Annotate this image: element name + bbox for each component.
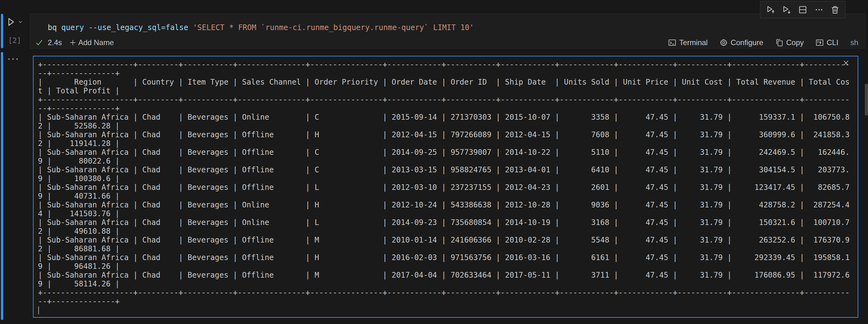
configure-label: Configure <box>731 38 763 47</box>
cell-toolbar <box>760 1 845 18</box>
editor-scrollbar-thumb[interactable] <box>865 84 868 115</box>
execute-above-icon[interactable] <box>765 4 776 15</box>
terminal-line: | Region | Country | Item Type | Sales C… <box>38 78 849 86</box>
add-name-label: Add Name <box>78 38 114 47</box>
command-token: query <box>61 23 84 32</box>
command-token: bq <box>48 23 57 32</box>
copy-icon <box>775 39 783 47</box>
output-focus-indicator[interactable] <box>1 52 3 320</box>
terminal-line: | Sub-Saharan Africa | Chad | Beverages … <box>38 166 849 174</box>
terminal-line: 9 | 58114.26 | <box>38 280 849 288</box>
cli-button[interactable]: CLI <box>815 38 838 47</box>
terminal-label: Terminal <box>679 38 708 47</box>
command-token: --use_legacy_sql=false <box>89 23 188 32</box>
play-icon <box>6 17 16 27</box>
ellipsis-dot <box>8 58 10 60</box>
cell-status-left: 2.4s Add Name <box>35 37 114 48</box>
terminal-line: 2 | 49610.88 | <box>38 227 849 236</box>
command-token <box>57 23 61 32</box>
command-line-editor[interactable]: bq query --use_legacy_sql=false 'SELECT … <box>48 23 474 33</box>
terminal-line: t | Total Profit | <box>38 86 849 95</box>
terminal-line: | Sub-Saharan Africa | Chad | Beverages … <box>38 271 849 280</box>
terminal-line: | Sub-Saharan Africa | Chad | Beverages … <box>38 113 849 121</box>
configure-button[interactable]: Configure <box>719 38 763 47</box>
terminal-cursor <box>38 307 39 314</box>
terminal-line: | Sub-Saharan Africa | Chad | Beverages … <box>38 218 849 227</box>
terminal-icon <box>668 39 676 47</box>
language-indicator[interactable]: sh <box>850 38 858 47</box>
terminal-line: | Sub-Saharan Africa | Chad | Beverages … <box>38 148 849 157</box>
ellipsis-dot <box>16 58 18 60</box>
terminal-line: 9 | 96481.26 | <box>38 262 849 271</box>
more-actions-icon[interactable] <box>814 4 825 15</box>
cell-status-right: Terminal Configure Copy CL <box>668 37 858 48</box>
chevron-down-icon <box>18 20 23 24</box>
split-cell-icon[interactable] <box>797 4 808 15</box>
delete-cell-icon[interactable] <box>830 4 840 15</box>
terminal-line: 2 | 119141.28 | <box>38 139 849 148</box>
success-check-icon <box>35 39 43 47</box>
command-token <box>84 23 89 32</box>
plus-icon <box>69 39 76 46</box>
terminal-line: 2 | 86881.68 | <box>38 244 849 253</box>
terminal-line: | Sub-Saharan Africa | Chad | Beverages … <box>38 236 849 244</box>
add-name-button[interactable]: Add Name <box>69 38 114 47</box>
terminal-line: 9 | 100380.6 | <box>38 174 849 183</box>
terminal-line: 4 | 141503.76 | <box>38 209 849 218</box>
command-token: 'SELECT * FROM `runme-ci.runme_bigquery.… <box>193 23 474 32</box>
terminal-text: +--------------------+---------+--------… <box>38 60 849 306</box>
terminal-line: 9 | 40731.66 | <box>38 192 849 201</box>
cli-bolt-icon <box>815 39 824 47</box>
terminal-line: +--------------------+---------+--------… <box>38 60 849 69</box>
copy-label: Copy <box>786 38 804 47</box>
terminal-line: +--------------------+---------+--------… <box>38 288 849 297</box>
cell-focus-indicator[interactable] <box>1 14 3 48</box>
ellipsis-dot <box>12 58 14 60</box>
terminal-line: --+--------------+ <box>38 297 849 306</box>
terminal-line: | Sub-Saharan Africa | Chad | Beverages … <box>38 201 849 209</box>
terminal-line: | Sub-Saharan Africa | Chad | Beverages … <box>38 253 849 262</box>
execution-count: [2] <box>8 36 21 44</box>
output-options-ellipsis[interactable] <box>8 57 21 62</box>
terminal-line: | Sub-Saharan Africa | Chad | Beverages … <box>38 130 849 139</box>
terminal-line: --+--------------+ <box>38 69 849 78</box>
execute-below-icon[interactable] <box>781 4 792 15</box>
terminal-button[interactable]: Terminal <box>668 38 708 47</box>
execution-duration: 2.4s <box>48 38 62 47</box>
close-icon[interactable] <box>842 59 850 67</box>
command-token <box>188 23 193 32</box>
terminal-line: --+--------------+ <box>38 104 849 113</box>
run-cell-button[interactable] <box>6 16 25 28</box>
cli-label: CLI <box>827 38 838 47</box>
terminal-line: | Sub-Saharan Africa | Chad | Beverages … <box>38 183 849 192</box>
terminal-output-panel[interactable]: +--------------------+---------+--------… <box>33 56 858 318</box>
copy-button[interactable]: Copy <box>775 38 804 47</box>
terminal-line: 2 | 52586.28 | <box>38 121 849 130</box>
terminal-line: 9 | 80022.6 | <box>38 157 849 166</box>
gear-icon <box>719 39 728 47</box>
terminal-line: +--------------------+---------+--------… <box>38 95 849 104</box>
